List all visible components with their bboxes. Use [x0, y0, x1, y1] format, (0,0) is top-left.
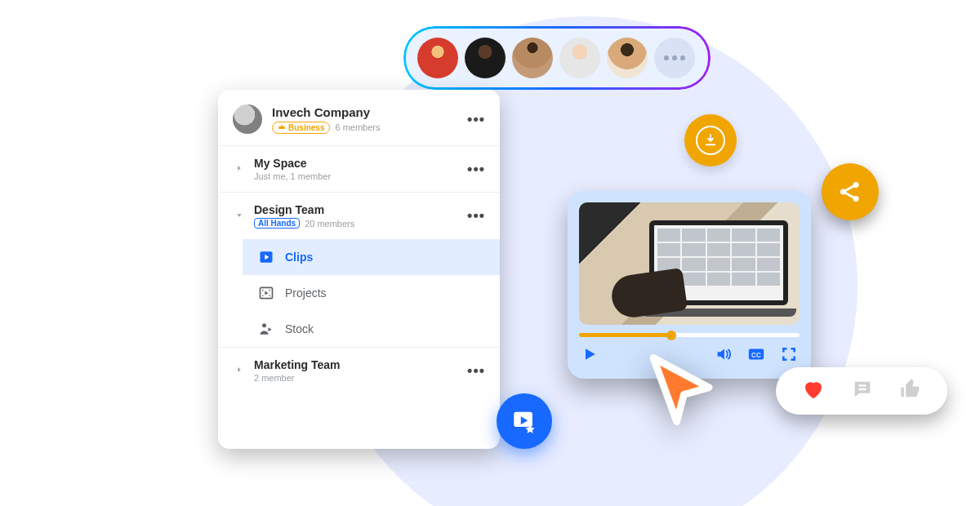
space-row-marketing-team[interactable]: Marketing Team 2 member ••• [218, 348, 500, 393]
video-thumbnail[interactable] [579, 202, 800, 325]
share-icon [836, 178, 864, 206]
progress-knob[interactable] [666, 331, 676, 340]
space-menu-button[interactable]: ••• [467, 161, 485, 178]
thumbs-up-icon [899, 378, 922, 401]
avatar-strip [406, 29, 708, 87]
avatar[interactable] [559, 38, 600, 78]
avatar[interactable] [607, 38, 648, 78]
clip-star-icon [510, 407, 538, 435]
progress-fill [579, 333, 671, 337]
all-hands-badge: All Hands [254, 218, 300, 229]
fullscreen-icon [781, 346, 797, 362]
play-square-icon [257, 248, 275, 266]
avatar[interactable] [465, 38, 506, 78]
workspace-avatar[interactable] [233, 104, 262, 134]
workspace-sidebar: Invech Company Business 6 members ••• My… [218, 90, 500, 449]
space-members: 20 members [305, 219, 354, 229]
svg-point-3 [262, 295, 264, 297]
cursor-icon [635, 344, 725, 437]
folder-label: Projects [285, 286, 327, 300]
workspace-members: 6 members [335, 122, 380, 132]
download-button[interactable] [684, 114, 737, 166]
folder-row-stock[interactable]: Stock [243, 311, 500, 347]
space-row-design-team[interactable]: Design Team All Hands 20 members ••• [218, 193, 500, 239]
cc-button[interactable]: CC [747, 345, 765, 363]
avatar[interactable] [417, 38, 458, 78]
comment-icon [851, 378, 874, 401]
svg-text:CC: CC [751, 352, 761, 359]
crown-icon [278, 123, 286, 131]
fullscreen-button[interactable] [780, 345, 798, 363]
chevron-down-icon [233, 211, 246, 222]
thumbs-up-button[interactable] [899, 378, 922, 404]
folder-label: Stock [285, 322, 314, 335]
chevron-right-icon [233, 163, 246, 175]
space-subtitle: Just me, 1 member [254, 171, 459, 181]
workspace-header: Invech Company Business 6 members ••• [218, 90, 500, 145]
comment-button[interactable] [851, 378, 874, 404]
space-title: Marketing Team [254, 358, 459, 371]
folder-row-clips[interactable]: Clips [243, 239, 500, 275]
cc-icon: CC [747, 345, 765, 363]
space-title: My Space [254, 157, 459, 170]
plan-badge: Business [272, 122, 330, 134]
play-icon [581, 346, 598, 362]
workspace-menu-button[interactable]: ••• [467, 111, 485, 128]
space-menu-button[interactable]: ••• [467, 207, 485, 224]
svg-point-6 [262, 323, 266, 327]
svg-point-4 [269, 290, 270, 291]
download-icon [703, 133, 718, 148]
avatar-more-button[interactable] [654, 38, 695, 78]
svg-point-2 [262, 290, 264, 291]
svg-point-5 [269, 295, 270, 297]
space-subtitle: 2 member [254, 373, 459, 383]
film-icon [257, 284, 275, 302]
like-button[interactable] [801, 377, 826, 405]
play-button[interactable] [581, 345, 599, 363]
space-title: Design Team [254, 203, 459, 216]
workspace-name: Invech Company [272, 105, 457, 119]
avatar[interactable] [512, 38, 553, 78]
folder-row-projects[interactable]: Projects [243, 275, 500, 311]
heart-icon [801, 377, 826, 402]
chevron-right-icon [233, 365, 246, 376]
plan-badge-label: Business [288, 123, 324, 132]
new-clip-button[interactable] [497, 393, 552, 449]
space-children: Clips Projects Stock [218, 239, 500, 347]
space-row-my-space[interactable]: My Space Just me, 1 member ••• [218, 146, 500, 192]
space-menu-button[interactable]: ••• [467, 362, 485, 380]
share-button[interactable] [822, 163, 879, 220]
folder-label: Clips [285, 251, 313, 264]
person-play-icon [257, 320, 275, 338]
progress-bar[interactable] [579, 333, 800, 337]
reactions-bar [776, 367, 947, 415]
